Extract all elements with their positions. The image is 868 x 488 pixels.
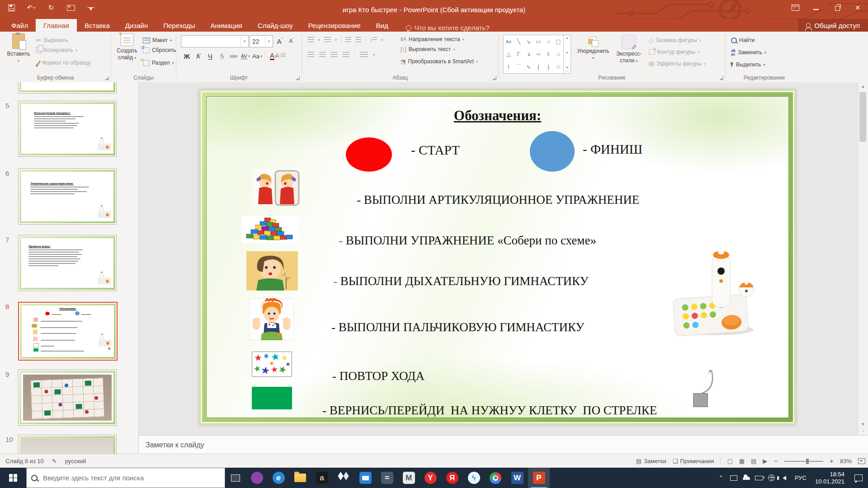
scribble-shape-icon[interactable]: ⌇ — [507, 64, 510, 70]
font-size-combobox[interactable]: 22▾ — [250, 35, 273, 47]
volume-icon[interactable] — [778, 468, 791, 488]
legend-row-text[interactable]: - ВЫПОЛНИ УПРАЖНЕНИЕ «Собери по схеме» — [314, 220, 596, 262]
tab-insert[interactable]: Вставка — [77, 19, 118, 32]
thumbnail-slide-7[interactable]: Правило игры: — [18, 235, 117, 291]
vertical-scrollbar[interactable]: ▲ ▼ ⌃⌃ ⌄⌄ — [858, 82, 868, 454]
line-shape-icon[interactable]: ╲ — [517, 38, 520, 45]
thumbnail-slide-8[interactable]: Обозначения: — [18, 302, 118, 361]
rectangle-shape-icon[interactable]: ▭ — [536, 38, 541, 45]
keyboard-language-indicator[interactable]: РУС — [791, 468, 811, 488]
save-icon[interactable] — [6, 3, 16, 13]
thumbnail-slide-5[interactable]: Используемый материал: — [18, 101, 117, 157]
align-left-icon[interactable] — [307, 52, 314, 57]
right-block-arrow-icon[interactable]: ⇨ — [536, 51, 541, 57]
breathing-boy-image[interactable] — [246, 251, 298, 291]
task-view-button[interactable] — [225, 468, 246, 488]
decrease-indent-icon[interactable] — [345, 37, 351, 42]
undo-icon[interactable]: ↶▾ — [26, 3, 36, 13]
change-case-button[interactable]: Aa▾ — [251, 51, 263, 61]
minimize-button[interactable] — [806, 0, 826, 15]
shape-fill-button[interactable]: ◇Заливка фигуры▾ — [649, 35, 706, 45]
matatalab-robot-photo[interactable] — [669, 248, 763, 342]
arrow-shape-icon[interactable]: ↘ — [526, 38, 531, 45]
new-slide-button[interactable]: Создать слайд ▾ — [114, 33, 140, 61]
underline-button[interactable]: Ч — [204, 51, 216, 61]
share-button[interactable]: Общий доступ — [798, 19, 868, 32]
shapes-scroll-down[interactable]: ▼ — [566, 51, 569, 54]
paste-button[interactable]: Вставить▾ — [5, 33, 33, 64]
increase-indent-icon[interactable] — [355, 37, 361, 42]
tab-animations[interactable]: Анимация — [203, 19, 250, 32]
taskbar-icon-powerpoint[interactable]: P — [528, 468, 550, 488]
shrink-font-button[interactable]: Аˇ — [286, 36, 297, 47]
thumbnail-slide-6[interactable]: Технические характеристики: — [18, 169, 117, 225]
tell-me-box[interactable]: Что вы хотите сделать? — [406, 24, 490, 32]
reset-button[interactable]: Сбросить — [143, 45, 176, 55]
start-button[interactable] — [0, 468, 26, 488]
columns-icon[interactable] — [360, 52, 368, 57]
rounded-rect-shape-icon[interactable]: ▢ — [556, 38, 561, 45]
gray-cell-rect[interactable] — [693, 393, 708, 407]
tab-review[interactable]: Рецензирование — [301, 19, 368, 32]
finger-gym-child-image[interactable] — [249, 298, 294, 340]
align-center-icon[interactable] — [319, 52, 326, 57]
taskbar-icon-yandex-browser[interactable]: Я — [441, 468, 463, 488]
taskbar-search-box[interactable] — [26, 468, 225, 488]
text-direction-button[interactable]: ‖AНаправление текста▾ — [401, 34, 478, 44]
thumbnail-slide-9[interactable] — [18, 370, 117, 426]
slide-canvas[interactable]: Обозначения: - СТАРТ - ФИНИШ - — [199, 89, 796, 425]
font-color-button[interactable]: А▾ — [264, 51, 279, 61]
justify-icon[interactable] — [343, 52, 349, 57]
grow-font-button[interactable]: Аˆ — [274, 36, 286, 47]
arc-shape-icon[interactable]: ⌒ — [516, 63, 521, 71]
scroll-up-button[interactable]: ▲ — [858, 82, 868, 90]
zoom-slider[interactable] — [784, 461, 823, 462]
start-ellipse[interactable] — [346, 137, 392, 172]
arrange-button[interactable]: Упорядочить▾ — [575, 35, 612, 61]
clipboard-dialog-launcher[interactable] — [105, 76, 109, 80]
curve-shape-icon[interactable]: ∿ — [526, 64, 531, 70]
legend-row-text[interactable]: - ВЫПОЛНИ АРТИКУЛЯЦИОННОЕ УПРАЖНЕНИЕ — [332, 179, 639, 221]
reading-view-button[interactable]: ▤ — [751, 458, 756, 465]
taskbar-icon-dropbox[interactable] — [333, 468, 354, 488]
normal-view-button[interactable]: ▢ — [727, 458, 732, 465]
comments-toggle-button[interactable]: ❏Примечания — [673, 458, 714, 465]
character-spacing-button[interactable]: AV▾ — [240, 51, 251, 61]
thumbnail-slide-4-partial[interactable] — [18, 82, 117, 94]
tab-slideshow[interactable]: Слайд-шоу — [250, 19, 301, 32]
shapes-gallery[interactable]: A≡ ╲ ↘ ▭ ○ ▢ △ Г ↴ ⇨ ⇩ ⌂ ⌇ ⌒ ∿ { } — [503, 35, 571, 74]
action-center-icon[interactable] — [854, 474, 863, 481]
notes-toggle-button[interactable]: ▤Заметки — [636, 458, 666, 465]
copy-button[interactable]: Копировать▾ — [36, 45, 91, 55]
align-text-button[interactable]: [↕]Выровнять текст▾ — [401, 44, 478, 54]
bold-button[interactable]: Ж — [181, 51, 193, 61]
scrollbar-thumb[interactable] — [859, 92, 866, 142]
triangle-shape-icon[interactable]: △ — [506, 51, 510, 57]
taskbar-icon-mail-app[interactable]: M — [398, 468, 420, 488]
quick-styles-button[interactable]: Экспресс- стили ▾ — [613, 35, 645, 65]
start-slideshow-icon[interactable] — [66, 3, 76, 13]
taskbar-icon-tv-app[interactable] — [354, 468, 376, 488]
text-shadow-button[interactable]: S — [216, 51, 228, 61]
tab-home[interactable]: Главная — [36, 19, 77, 32]
font-name-combobox[interactable]: ▾ — [181, 35, 249, 47]
slide-sorter-view-button[interactable]: ▦ — [739, 458, 745, 465]
scroll-down-button[interactable]: ▼ — [858, 420, 868, 428]
search-input[interactable] — [42, 474, 198, 482]
mirror-girls-image[interactable] — [252, 169, 302, 206]
textbox-shape-icon[interactable]: A≡ — [506, 39, 512, 44]
align-right-icon[interactable] — [331, 52, 338, 57]
zoom-in-button[interactable]: + — [830, 457, 834, 465]
star-shape-icon[interactable]: ☆ — [556, 64, 561, 70]
slide-title[interactable]: Обозначения: — [199, 108, 796, 124]
shape-effects-button[interactable]: Эффекты фигуры▾ — [649, 59, 706, 69]
ribbon-display-options-button[interactable] — [785, 0, 806, 15]
select-button[interactable]: Выделить▾ — [731, 60, 766, 70]
font-dialog-launcher[interactable] — [296, 76, 300, 80]
taskbar-icon-calculator[interactable]: = — [376, 468, 398, 488]
customize-qat-icon[interactable]: —▾ — [86, 3, 96, 13]
taskbar-icon-media-app[interactable] — [246, 468, 268, 488]
stars-image[interactable] — [252, 352, 292, 377]
restore-button[interactable] — [826, 0, 847, 15]
numbering-icon[interactable] — [324, 37, 331, 42]
